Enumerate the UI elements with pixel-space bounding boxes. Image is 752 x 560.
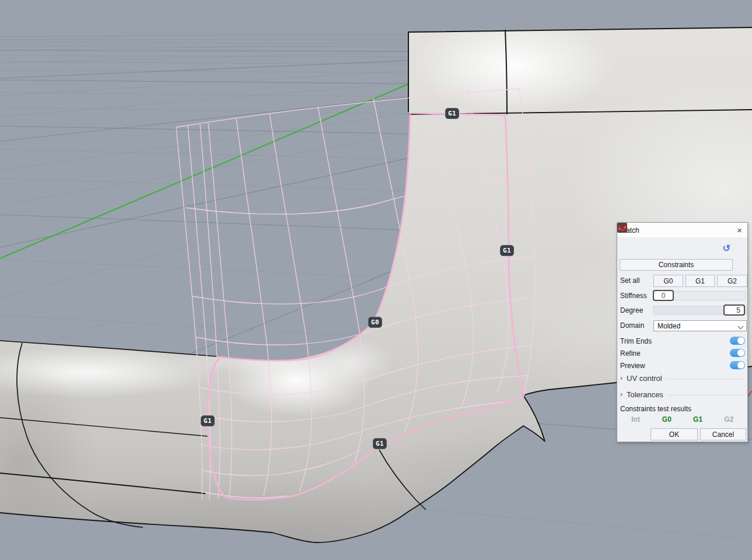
tolerances-section[interactable]: › Tolerances [620, 390, 744, 399]
refine-toggle[interactable] [730, 349, 745, 357]
results-title: Constraints test results [620, 405, 691, 413]
toggle-knob [737, 362, 744, 369]
result-g1: G1 [683, 415, 713, 424]
chevron-right-icon: › [620, 390, 622, 398]
result-int: Int [620, 415, 651, 424]
stiffness-input[interactable]: 0 [653, 290, 674, 301]
continuity-label-right: G1 [500, 245, 514, 256]
domain-value: Molded [657, 322, 680, 330]
set-all-g1-button[interactable]: G1 [685, 275, 715, 287]
continuity-label-middle: G0 [368, 317, 382, 328]
degree-input[interactable]: 5 [723, 304, 745, 316]
chevron-down-icon [738, 324, 744, 330]
toggle-knob [737, 349, 744, 356]
uv-control-section[interactable]: › UV control [620, 373, 744, 383]
horizon-line [0, 34, 408, 37]
set-all-g0-button[interactable]: G0 [653, 275, 683, 287]
continuity-label-bottom: G1 [373, 438, 387, 449]
set-all-label: Set all [620, 276, 639, 285]
constraints-button[interactable]: Constraints [620, 259, 733, 271]
trim-ends-toggle[interactable] [730, 337, 745, 345]
cancel-button[interactable]: Cancel [700, 428, 746, 440]
tolerances-label: Tolerances [627, 390, 663, 399]
chevron-right-icon: › [620, 374, 622, 382]
domain-dropdown[interactable]: Molded [653, 320, 747, 331]
continuity-label-left: G1 [201, 415, 215, 426]
dialog-title: Patch [621, 226, 732, 235]
refine-label: Refine [620, 349, 641, 358]
close-icon[interactable]: × [736, 226, 743, 235]
preview-toggle[interactable] [730, 361, 745, 369]
trim-ends-label: Trim Ends [620, 337, 652, 345]
domain-label: Domain [620, 321, 644, 330]
constraints-test-results: Int G0 G1 G2 [620, 415, 744, 424]
set-all-g2-button[interactable]: G2 [717, 275, 747, 287]
stiffness-label: Stiffness [620, 292, 647, 300]
continuity-label-top: G1 [445, 108, 459, 119]
section-rule [666, 379, 744, 379]
section-rule [667, 395, 744, 396]
result-g2: G2 [713, 415, 744, 424]
clear-constraints-icon[interactable] [617, 223, 628, 233]
rhino-viewport: G1 G1 G0 G1 G1 Patch × ↺ ? Constraints S… [0, 0, 752, 560]
undo-icon[interactable]: ↺ [723, 244, 730, 253]
result-g0: G0 [651, 415, 682, 424]
ok-button[interactable]: OK [650, 428, 698, 440]
dialog-titlebar[interactable]: Patch × [617, 223, 747, 238]
toggle-knob [737, 337, 744, 344]
uv-control-label: UV control [627, 374, 662, 383]
preview-label: Preview [620, 362, 645, 370]
degree-label: Degree [620, 306, 643, 314]
patch-dialog: Patch × ↺ ? Constraints Set all G0 G1 G2… [617, 222, 748, 442]
